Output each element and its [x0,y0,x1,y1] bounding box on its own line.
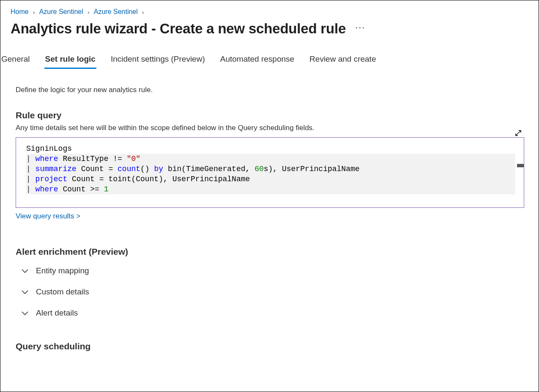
collapsible-alert-details[interactable]: Alert details [16,302,524,324]
code-token: bin(TimeGenerated, [163,165,254,173]
collapsible-entity-mapping[interactable]: Entity mapping [16,260,524,281]
chevron-right-icon: › [33,8,35,16]
query-editor[interactable]: SigninLogs | where ResultType != "0" | s… [16,137,524,208]
breadcrumb-azure-sentinel-1[interactable]: Azure Sentinel [39,8,83,16]
chevron-down-icon [22,268,28,273]
code-token: () [140,165,154,173]
more-actions-button[interactable]: ··· [355,22,365,35]
tab-automated-response[interactable]: Automated response [220,52,294,68]
intro-text: Define the logic for your new analytics … [16,86,524,94]
code-token: 60 [254,165,264,173]
chevron-right-icon: › [142,8,144,16]
tab-review-create[interactable]: Review and create [309,52,376,68]
query-editor-content: SigninLogs | where ResultType != "0" | s… [26,144,515,194]
breadcrumb-home[interactable]: Home [11,8,29,16]
code-token: s), UserPrincipalName [264,165,360,173]
view-query-results-link[interactable]: View query results > [16,212,80,220]
chevron-right-icon: › [88,8,90,16]
code-token: Count = toint(Count), UserPrincipalName [67,175,250,183]
code-token: "0" [127,155,140,163]
tabs: General Set rule logic Incident settings… [0,41,539,68]
rule-query-heading: Rule query [16,110,524,120]
alert-enrichment-heading: Alert enrichment (Preview) [16,247,524,257]
code-token: project [36,175,68,183]
query-scheduling-heading: Query scheduling [16,341,524,351]
chevron-down-icon [22,310,28,316]
query-scheduling-section: Query scheduling [16,341,524,351]
breadcrumb: Home › Azure Sentinel › Azure Sentinel › [0,0,539,18]
tab-general[interactable]: General [1,52,30,68]
tab-incident-settings[interactable]: Incident settings (Preview) [111,52,205,68]
page-title: Analytics rule wizard - Create a new sch… [11,21,346,37]
collapsible-label: Entity mapping [36,266,89,275]
tab-content: Define the logic for your new analytics … [0,68,539,351]
collapsible-label: Alert details [36,308,78,318]
code-token: Count >= [58,185,104,193]
code-token: 1 [104,185,109,193]
code-token: where [36,155,58,163]
rule-query-section: Rule query Any time details set here wil… [16,110,524,220]
collapsible-custom-details[interactable]: Custom details [16,281,524,302]
code-token: SigninLogs [26,144,72,153]
breadcrumb-azure-sentinel-2[interactable]: Azure Sentinel [94,8,138,16]
scrollbar-thumb[interactable] [517,164,524,167]
code-token: summarize [36,165,77,173]
tab-set-rule-logic[interactable]: Set rule logic [45,52,96,68]
rule-query-subtext: Any time details set here will be within… [16,124,524,132]
alert-enrichment-section: Alert enrichment (Preview) Entity mappin… [16,247,524,324]
code-token: by [154,165,163,173]
page-title-row: Analytics rule wizard - Create a new sch… [0,18,539,41]
code-token: Count = [77,165,118,173]
chevron-down-icon [22,289,28,294]
code-token: ResultType != [58,155,127,163]
code-token: count [118,165,140,173]
collapsible-label: Custom details [36,287,89,297]
code-token: where [36,185,58,193]
